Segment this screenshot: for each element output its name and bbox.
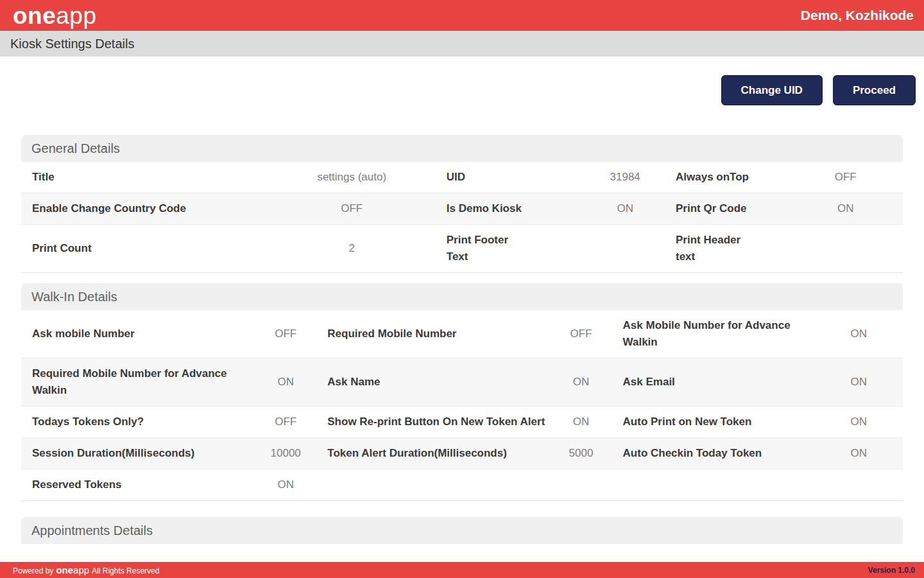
toolbar: Change UID Proceed [0, 57, 924, 105]
field-value: ON [550, 374, 612, 390]
general-details-card: General Details Title settings (auto) UI… [21, 135, 903, 273]
field-value: OFF [255, 326, 316, 342]
page-title: Kiosk Settings Details [10, 37, 134, 51]
field-value: ON [255, 477, 316, 493]
settings-row: Enable Change Country Code OFF Is Demo K… [21, 193, 903, 224]
settings-row: Title settings (auto) UID 31984 Always o… [21, 162, 903, 193]
field-label: Show Re-print Button On New Token Alert [316, 414, 550, 430]
field-label: Required Mobile Number for Advance Walki… [21, 365, 255, 399]
app-header: oneapp Demo, Kozhikode [0, 0, 924, 31]
walk-in-details-body: Ask mobile Number OFF Required Mobile Nu… [21, 310, 903, 501]
appointments-details-card: Appointments Details [21, 517, 903, 544]
version-label: Version 1.0.0 [868, 566, 915, 575]
walk-in-details-card: Walk-In Details Ask mobile Number OFF Re… [21, 283, 903, 501]
field-value: ON [815, 414, 903, 430]
field-label: Enable Change Country Code [21, 200, 268, 217]
appointments-details-title: Appointments Details [21, 517, 903, 544]
field-value: OFF [268, 200, 436, 217]
field-label: Todays Tokens Only? [21, 414, 255, 430]
change-uid-button[interactable]: Change UID [721, 75, 823, 105]
powered-by-text: Powered by [13, 566, 53, 575]
field-label: UID [436, 169, 586, 186]
settings-row: Session Duration(Milliseconds) 10000 Tok… [21, 437, 903, 469]
field-label: Reserved Tokens [21, 477, 255, 493]
page-title-bar: Kiosk Settings Details [0, 31, 924, 57]
field-label: Session Duration(Milliseconds) [21, 445, 255, 462]
app-footer: Powered by oneapp All Rights Reserved Ve… [0, 562, 924, 578]
settings-row: Ask mobile Number OFF Required Mobile Nu… [21, 310, 903, 358]
field-label: Is Demo Kiosk [436, 200, 586, 217]
proceed-button[interactable]: Proceed [833, 75, 916, 105]
field-value: OFF [550, 326, 612, 342]
field-value: ON [585, 200, 665, 217]
settings-row: Todays Tokens Only? OFF Show Re-print Bu… [21, 406, 903, 437]
field-value: ON [255, 374, 316, 390]
field-label: Title [21, 169, 268, 186]
field-label: Auto Checkin Today Token [612, 445, 815, 462]
field-label: Required Mobile Number [316, 326, 550, 342]
field-label: Ask Name [316, 374, 550, 390]
field-value: ON [815, 374, 903, 390]
field-value: ON [815, 326, 903, 342]
field-label: Ask Email [612, 374, 815, 390]
field-value: ON [788, 200, 903, 217]
field-value: OFF [255, 414, 316, 430]
rights-text: All Rights Reserved [92, 566, 159, 575]
logo-app: app [56, 3, 96, 29]
field-label: Ask mobile Number [21, 326, 255, 342]
field-label: Always onTop [665, 169, 788, 186]
walk-in-details-title: Walk-In Details [21, 283, 903, 310]
field-label: Print Qr Code [665, 200, 788, 217]
field-value: OFF [788, 169, 903, 186]
location-label: Demo, Kozhikode [801, 8, 914, 23]
field-label: Print Footer Text [436, 232, 520, 265]
footer-powered-by: Powered by oneapp All Rights Reserved [13, 565, 159, 575]
settings-row: Print Count 2 Print Footer Text Print He… [21, 224, 903, 272]
field-label: Auto Print on New Token [612, 414, 815, 430]
field-value: ON [815, 445, 903, 462]
field-label: Print Header text [665, 232, 749, 265]
general-details-title: General Details [21, 135, 903, 162]
field-value: 2 [268, 240, 436, 257]
field-label: Ask Mobile Number for Advance Walkin [612, 317, 815, 351]
field-value: 31984 [585, 169, 665, 186]
kiosk-settings-screen: oneapp Demo, Kozhikode Kiosk Settings De… [0, 0, 924, 578]
field-value: 5000 [550, 445, 612, 462]
field-value: ON [550, 414, 612, 430]
footer-oneapp-logo: oneapp [56, 565, 89, 575]
field-value: 10000 [255, 445, 316, 462]
logo-one: one [13, 3, 56, 29]
oneapp-logo: oneapp [13, 4, 97, 28]
field-label: Token Alert Duration(Milliseconds) [316, 445, 550, 462]
settings-row: Required Mobile Number for Advance Walki… [21, 358, 903, 406]
field-value: settings (auto) [268, 169, 436, 186]
general-details-body: Title settings (auto) UID 31984 Always o… [21, 162, 903, 273]
settings-row: Reserved Tokens ON [21, 469, 903, 500]
field-label: Print Count [21, 240, 268, 257]
